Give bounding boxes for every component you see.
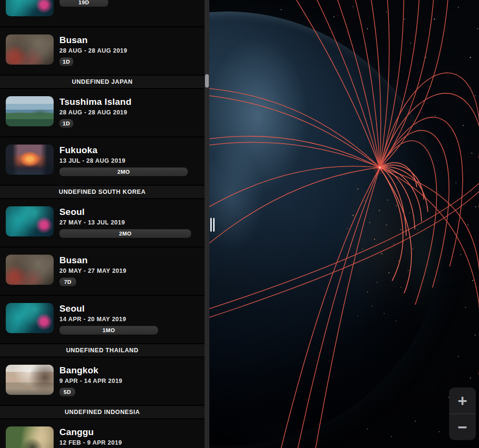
trip-date-range: 13 JUL - 28 AUG 2019 — [59, 157, 199, 165]
seoul-neon-thumbnail — [6, 0, 54, 16]
zoom-in-button[interactable]: + — [449, 388, 476, 414]
globe-map[interactable]: + − — [209, 0, 479, 448]
route-arc — [380, 167, 428, 212]
trip-duration-badge: 2MO — [59, 229, 191, 238]
trip-duration-badge: 5D — [59, 388, 75, 396]
route-arc — [380, 0, 389, 168]
tsushima-island-thumbnail — [6, 96, 54, 126]
sidebar-scrollbar[interactable] — [205, 0, 209, 448]
busan-market-thumbnail — [6, 34, 54, 65]
trip-duration-badge: 1D — [59, 57, 73, 66]
route-arcs-short-hops — [380, 163, 428, 293]
resize-grip-bar — [213, 218, 215, 232]
route-arc — [380, 73, 479, 168]
trip-duration-badge: 7D — [59, 278, 76, 286]
route-arc — [209, 136, 380, 168]
route-arc — [380, 168, 479, 374]
bangkok-street-thumbnail — [6, 365, 54, 395]
trip-city: Fukuoka — [59, 145, 199, 156]
trip-city: Seoul — [59, 206, 199, 217]
city-lights — [347, 189, 418, 321]
section-header-indonesia: UNDEFINED INDONESIA — [0, 406, 205, 418]
trip-date-range: 14 APR - 20 MAY 2019 — [59, 315, 199, 323]
panel-resize-handle[interactable] — [210, 218, 215, 232]
scrollbar-thumb[interactable] — [205, 74, 209, 88]
route-arc — [209, 168, 380, 243]
trip-duration-badge: 2MO — [59, 168, 188, 176]
route-arc — [380, 168, 403, 280]
route-arc — [209, 183, 479, 309]
trip-date-range: 28 AUG - 28 AUG 2019 — [59, 47, 199, 55]
route-hub — [373, 161, 387, 174]
trip-duration-badge: 1MO — [59, 326, 158, 335]
trip-card[interactable]: Canggu 12 FEB - 9 APR 2019 — [0, 419, 205, 448]
route-arc — [380, 0, 419, 168]
trip-city: Bangkok — [59, 365, 199, 376]
trip-city: Tsushima Island — [59, 96, 199, 107]
trip-city: Seoul — [59, 303, 199, 314]
trip-card[interactable]: Seoul 27 MAY - 13 JUL 2019 2MO — [0, 199, 205, 246]
route-arc — [209, 142, 380, 168]
seoul-neon-thumbnail — [6, 303, 54, 333]
trip-date-range: 27 MAY - 13 JUL 2019 — [59, 219, 199, 226]
plus-icon: + — [458, 392, 468, 409]
trip-date-range: 9 APR - 14 APR 2019 — [59, 377, 199, 385]
route-arc — [380, 130, 449, 287]
route-arc — [380, 168, 479, 307]
route-arc — [316, 168, 380, 448]
trips-sidebar: 28 AUG - 16 SEP 2019 19D Busan 28 AUG - … — [0, 0, 205, 448]
trip-date-range: 12 FEB - 9 APR 2019 — [59, 439, 199, 447]
route-arc — [209, 166, 380, 207]
route-arc — [380, 0, 433, 168]
route-arc — [380, 117, 463, 266]
fukuoka-sunset-thumbnail — [6, 145, 54, 175]
section-header-thailand: UNDEFINED THAILAND — [0, 344, 205, 357]
busan-market-thumbnail — [6, 255, 54, 285]
trip-card[interactable]: 28 AUG - 16 SEP 2019 19D — [0, 0, 205, 26]
route-arc — [355, 0, 380, 168]
section-header-label: UNDEFINED INDONESIA — [65, 409, 140, 415]
zoom-controls: + − — [449, 388, 476, 440]
trip-date-range: 28 AUG - 28 AUG 2019 — [59, 109, 199, 116]
route-arc — [317, 0, 380, 168]
trip-city: Busan — [59, 34, 199, 45]
trip-card[interactable]: Bangkok 9 APR - 14 APR 2019 5D — [0, 358, 205, 405]
trip-card[interactable]: Tsushima Island 28 AUG - 28 AUG 2019 1D — [0, 89, 205, 136]
section-header-label: UNDEFINED JAPAN — [72, 78, 133, 85]
flight-routes-layer — [209, 0, 479, 448]
minus-icon: − — [458, 419, 468, 435]
section-header-label: UNDEFINED THAILAND — [66, 347, 138, 354]
canggu-street-thumbnail — [6, 426, 54, 448]
trip-city: Busan — [59, 255, 199, 266]
section-header-label: UNDEFINED SOUTH KOREA — [59, 189, 146, 195]
seoul-neon-thumbnail — [6, 206, 54, 236]
section-header-south-korea: UNDEFINED SOUTH KOREA — [0, 186, 205, 198]
trip-date-range: 20 MAY - 27 MAY 2019 — [59, 267, 199, 275]
trip-duration-badge: 1D — [59, 119, 73, 128]
route-arc — [380, 93, 479, 207]
zoom-out-button[interactable]: − — [449, 414, 476, 440]
travel-app-window: 28 AUG - 16 SEP 2019 19D Busan 28 AUG - … — [0, 0, 479, 448]
trip-card[interactable]: Busan 20 MAY - 27 MAY 2019 7D — [0, 247, 205, 295]
route-arcs — [209, 0, 479, 448]
section-header-japan: UNDEFINED JAPAN — [0, 76, 205, 88]
trip-duration-badge: 19D — [59, 0, 108, 7]
trips-list: 28 AUG - 16 SEP 2019 19D Busan 28 AUG - … — [0, 0, 205, 448]
resize-grip-bar — [210, 218, 212, 232]
trip-city: Canggu — [59, 426, 199, 437]
trip-card[interactable]: Seoul 14 APR - 20 MAY 2019 1MO — [0, 296, 205, 343]
route-arc — [281, 168, 380, 448]
route-arc — [209, 191, 479, 317]
trip-card[interactable]: Busan 28 AUG - 28 AUG 2019 1D — [0, 27, 205, 75]
trip-card[interactable]: Fukuoka 13 JUL - 28 AUG 2019 2MO — [0, 137, 205, 185]
